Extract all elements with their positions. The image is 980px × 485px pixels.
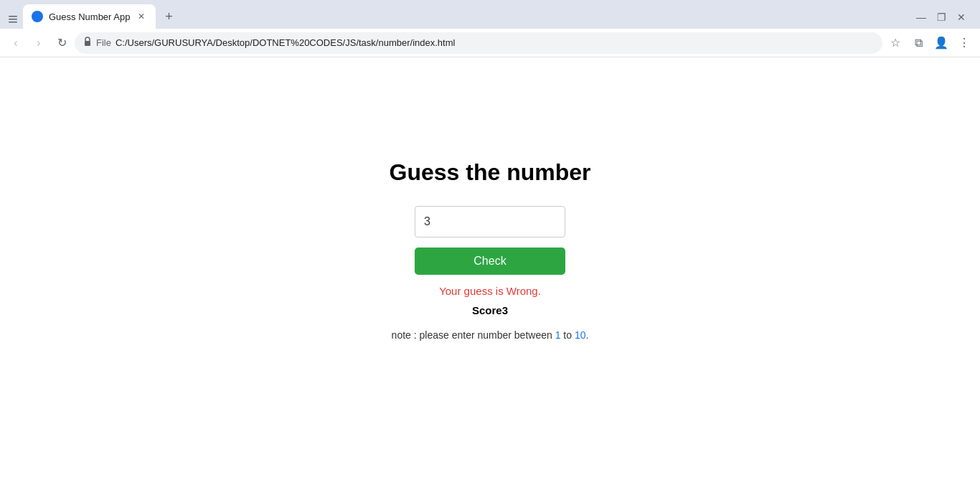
score-display: Score3 xyxy=(472,304,508,316)
url-path: C:/Users/GURUSURYA/Desktop/DOTNET%20CODE… xyxy=(116,37,874,48)
check-button[interactable]: Check xyxy=(415,248,565,275)
wrong-message: Your guess is Wrong. xyxy=(439,285,541,297)
new-tab-button[interactable]: + xyxy=(159,6,179,27)
svg-rect-1 xyxy=(9,19,17,20)
page-title: Guess the number xyxy=(390,159,591,186)
note-max: 10 xyxy=(575,329,586,341)
profile-button[interactable]: 👤 xyxy=(931,33,951,53)
browser-window: Guess Number App ✕ + — ❐ ✕ ‹ › ↻ File C:… xyxy=(0,0,980,485)
svg-rect-2 xyxy=(9,22,17,23)
note-from: 1 xyxy=(555,329,561,341)
page-content: Guess the number Check Your guess is Wro… xyxy=(0,57,980,485)
close-button[interactable]: ✕ xyxy=(954,10,969,24)
url-bar[interactable]: File C:/Users/GURUSURYA/Desktop/DOTNET%2… xyxy=(75,32,882,54)
url-lock-icon xyxy=(83,37,92,49)
split-screen-button[interactable]: ⧉ xyxy=(908,33,928,53)
url-scheme-label: File xyxy=(96,37,111,48)
svg-rect-4 xyxy=(85,41,90,46)
browser-tab-active[interactable]: Guess Number App ✕ xyxy=(23,4,156,29)
note-to: to xyxy=(563,329,572,341)
svg-rect-0 xyxy=(9,16,17,17)
note-suffix: . xyxy=(586,329,589,341)
menu-button[interactable]: ⋮ xyxy=(954,33,974,53)
forward-button[interactable]: › xyxy=(29,33,49,53)
guess-input[interactable] xyxy=(415,206,565,237)
tab-close-button[interactable]: ✕ xyxy=(136,11,147,22)
tab-list-button[interactable] xyxy=(6,12,20,27)
window-controls: — ❐ ✕ xyxy=(914,10,974,29)
reload-button[interactable]: ↻ xyxy=(52,33,72,53)
note-text: note : please enter number between 1 to … xyxy=(392,329,589,341)
tab-title: Guess Number App xyxy=(49,11,130,22)
note-prefix: note : please enter number between xyxy=(392,329,555,341)
bookmark-button[interactable]: ☆ xyxy=(885,33,905,53)
svg-point-3 xyxy=(33,12,42,21)
minimize-button[interactable]: — xyxy=(914,10,928,24)
maximize-button[interactable]: ❐ xyxy=(934,10,948,24)
address-actions: ☆ ⧉ 👤 ⋮ xyxy=(885,33,974,53)
back-button[interactable]: ‹ xyxy=(6,33,26,53)
score-value: 3 xyxy=(502,304,508,316)
address-bar: ‹ › ↻ File C:/Users/GURUSURYA/Desktop/DO… xyxy=(0,29,980,57)
score-label: Score xyxy=(472,304,502,316)
tab-favicon xyxy=(32,11,43,22)
